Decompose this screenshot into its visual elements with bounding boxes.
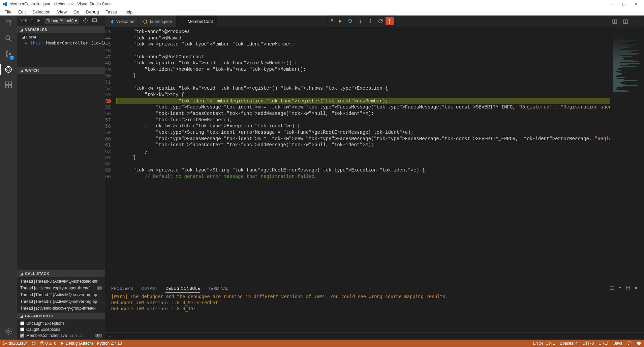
encoding-status[interactable]: UTF-8 [582,341,594,346]
console-line: Debuggee JVM version: 1.8.0_151 [111,306,638,312]
svg-point-13 [350,22,351,23]
code-editor[interactable]: 4344454647484950515253545556575859606162… [105,27,644,283]
continue-button[interactable] [335,16,345,26]
clear-console-icon[interactable] [609,285,614,292]
variables-local-title: Local [26,35,36,39]
breakpoint-item[interactable]: Uncaught Exceptions [17,320,105,326]
svg-point-3 [9,53,11,55]
feedback-icon[interactable] [627,341,632,346]
search-tab-icon[interactable] [4,34,13,43]
indentation-status[interactable]: Spaces: 4 [560,341,578,346]
collapse-panel-icon[interactable] [618,285,622,292]
window-minimize-button[interactable]: ━ [606,2,618,6]
window-maximize-button[interactable]: ▢ [618,2,630,6]
menu-file[interactable]: File [1,9,14,15]
debug-floating-toolbar[interactable]: ⠿ [328,15,395,27]
breakpoint-checkbox[interactable] [20,327,24,332]
notifications-icon[interactable] [637,341,641,346]
tab-welcome[interactable]: Welcome [105,15,139,27]
svg-point-5 [5,66,11,72]
callstack-section-header[interactable]: ◢ CALL STACK [17,270,105,277]
variables-title: VARIABLES [25,28,47,32]
extensions-tab-icon[interactable] [4,80,13,90]
explorer-tab-icon[interactable] [4,18,13,28]
callstack-title: CALL STACK [25,272,49,276]
svg-rect-9 [9,85,11,88]
code-body[interactable]: "tok-anno">@Produces "tok-anno">@Named "… [116,27,644,283]
menu-help[interactable]: Help [121,9,136,15]
console-input-row[interactable]: › [105,332,644,340]
error-count: 0 [45,341,48,346]
callstack-item[interactable]: Thread [Thread-3 (ActiveMQ-scheduled-thr [17,278,105,285]
drag-handle-icon[interactable]: ⠿ [329,16,335,26]
breakpoint-item[interactable]: Caught Exceptions [17,326,105,333]
debug-console-body[interactable]: [Warn] The debugger and the debuggee are… [105,293,644,332]
step-into-button[interactable] [355,16,365,26]
breakpoint-line: 54 [95,334,102,338]
debug-config-select[interactable]: Debug (Attach) ▾ [44,18,79,24]
watch-section-header[interactable]: ◢ WATCH [17,67,105,74]
start-debug-icon[interactable] [36,18,41,24]
eol-status[interactable]: CRLF [599,341,609,346]
debug-console-icon[interactable] [92,18,97,24]
menu-selection[interactable]: Selection [29,9,53,15]
watch-title: WATCH [25,68,39,72]
debug-tab-icon[interactable] [4,65,13,74]
panel-tab-terminal[interactable]: TERMINAL [208,284,228,292]
settings-gear-icon[interactable] [4,327,13,336]
menu-edit[interactable]: Edit [15,9,29,15]
callstack-item[interactable]: Thread [activemq-discovery-group-thread- [17,305,105,312]
minimap[interactable] [610,27,644,283]
panel-tab-output[interactable]: OUTPUT [141,284,157,292]
cursor-position[interactable]: Ln 54, Col 1 [533,341,555,346]
compare-changes-icon[interactable] [610,17,619,26]
python-status[interactable]: Python 2.7.10 [97,341,122,346]
scm-tab-icon[interactable]: 2 [4,49,13,59]
breakpoint-checkbox[interactable] [20,334,24,338]
callstack-item[interactable]: Thread [Thread-2 (ActiveMQ-server-org.ap [17,291,105,298]
menu-view[interactable]: View [54,9,70,15]
problems-status[interactable]: ⓧ0 ⚠0 [40,341,56,346]
language-mode[interactable]: Java [614,341,622,346]
breakpoint-checkbox[interactable] [20,321,24,325]
variable-row[interactable]: ▸ this: MemberController (id=189) [22,40,102,45]
breakpoints-section-header[interactable]: ◢ BREAKPOINTS [17,313,105,319]
tab-member-controller[interactable]: MemberCont [177,15,217,27]
variables-local-header[interactable]: ◢ Local [22,34,102,40]
callstack-list: Thread [Thread-3 (ActiveMQ-scheduled-thr… [17,277,105,313]
panel-tab-problems[interactable]: PROBLEMS [111,284,133,292]
menu-tasks[interactable]: Tasks [102,9,120,15]
step-over-button[interactable] [345,16,355,26]
disconnect-button[interactable] [386,17,394,25]
more-actions-icon[interactable]: ⋯ [632,17,641,26]
close-panel-icon[interactable]: ✕ [634,285,638,292]
step-out-button[interactable] [365,16,375,26]
debug-label: DEBUG [20,19,34,23]
window-close-button[interactable]: ✕ [630,2,642,6]
debug-status-label: Debug (Attach) [66,341,93,346]
split-editor-icon[interactable] [621,17,630,26]
tab-launch-json[interactable]: {} launch.json [139,15,177,27]
restart-button[interactable] [375,16,386,26]
java-file-icon [181,19,185,24]
svg-point-15 [370,19,371,20]
menu-go[interactable]: Go [70,9,82,15]
panel-tab-debug-console[interactable]: DEBUG CONSOLE [165,284,200,293]
sync-status[interactable] [31,341,36,346]
breakpoint-item[interactable]: MemberController.java src\mai... 54 [17,333,105,339]
twisty-icon: ◢ [22,35,25,39]
debug-settings-icon[interactable] [83,18,88,24]
variables-section-header[interactable]: ◢ VARIABLES [17,26,105,33]
breakpoint-label: Caught Exceptions [26,327,60,332]
scm-branch-status[interactable]: d9281fa6* [3,341,27,346]
svg-point-4 [7,68,10,71]
callstack-item[interactable]: Thread [activemq-expiry-reaper-thread]R [17,285,105,291]
running-badge: R [97,286,102,290]
error-icon: ⓧ [40,341,44,346]
callstack-item[interactable]: Thread [Thread-1 (ActiveMQ-server-org.ap [17,298,105,305]
twisty-icon: ◢ [20,272,23,276]
maximize-panel-icon[interactable] [626,285,631,292]
menu-debug[interactable]: Debug [83,9,102,15]
debug-status[interactable]: Debug (Attach) [60,341,93,346]
editor-area: Welcome {} launch.json MemberCont ⠿ [105,15,644,340]
